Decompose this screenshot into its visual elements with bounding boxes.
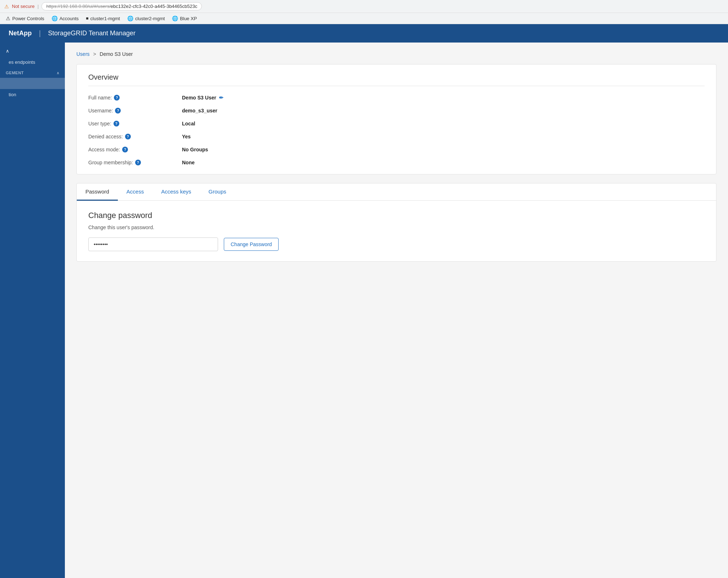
- edit-full-name-icon[interactable]: ✏: [219, 95, 223, 101]
- breadcrumb: Users > Demo S3 User: [76, 51, 716, 57]
- sidebar: ∧ es endpoints GEMENT ∧ tion: [0, 43, 65, 578]
- help-icon-denied-access[interactable]: ?: [125, 134, 131, 139]
- overview-row-group-membership: Group membership: ? None: [88, 160, 705, 165]
- overview-denied-access-text: Denied access:: [88, 134, 123, 139]
- overview-label-group-membership: Group membership: ?: [88, 160, 182, 165]
- sidebar-item-es-endpoints-label: es endpoints: [9, 59, 35, 65]
- help-icon-access-mode[interactable]: ?: [122, 147, 128, 152]
- overview-card: Overview Full name: ? Demo S3 User ✏ Use…: [76, 64, 716, 174]
- overview-value-username: demo_s3_user: [182, 108, 217, 114]
- bookmark-accounts[interactable]: 🌐 Accounts: [49, 14, 81, 22]
- overview-full-name-text: Full name:: [88, 95, 112, 101]
- overview-row-access-mode: Access mode: ? No Groups: [88, 147, 705, 152]
- overview-value-full-name: Demo S3 User ✏: [182, 95, 223, 101]
- change-password-title: Change password: [88, 211, 705, 220]
- overview-title: Overview: [88, 73, 705, 86]
- breadcrumb-parent-link[interactable]: Users: [76, 51, 90, 57]
- bookmarks-bar: ⚠ Power Controls 🌐 Accounts ■ cluster1-m…: [0, 13, 728, 24]
- content-area: Users > Demo S3 User Overview Full name:…: [65, 43, 728, 578]
- bookmark-blue-xp[interactable]: 🌐 Blue XP: [169, 14, 200, 22]
- sidebar-item-active[interactable]: [0, 78, 65, 89]
- globe-bookmark-icon-cluster2: 🌐: [127, 15, 133, 21]
- sidebar-item-es-endpoints[interactable]: es endpoints: [0, 57, 65, 68]
- sidebar-section-management[interactable]: GEMENT ∧: [0, 68, 65, 78]
- overview-label-user-type: User type: ?: [88, 121, 182, 126]
- globe-bookmark-icon-bluexp: 🌐: [172, 15, 178, 21]
- overview-row-user-type: User type: ? Local: [88, 121, 705, 126]
- help-icon-user-type[interactable]: ?: [114, 121, 119, 126]
- url-separator: |: [37, 4, 39, 9]
- overview-user-type-text: User type:: [88, 121, 111, 126]
- bookmark-cluster1[interactable]: ■ cluster1-mgmt: [83, 15, 123, 22]
- tab-groups[interactable]: Groups: [200, 183, 235, 201]
- chevron-up-icon: ∧: [6, 48, 9, 54]
- not-secure-label: Not secure: [12, 4, 35, 9]
- help-icon-username[interactable]: ?: [115, 108, 121, 114]
- overview-value-group-membership: None: [182, 160, 195, 165]
- username-value: demo_s3_user: [182, 108, 217, 114]
- warning-bookmark-icon: ⚠: [6, 15, 10, 21]
- help-icon-group-membership[interactable]: ?: [135, 160, 141, 165]
- tab-groups-label: Groups: [209, 188, 226, 195]
- overview-label-full-name: Full name: ?: [88, 95, 182, 101]
- sidebar-item-tion[interactable]: tion: [0, 89, 65, 100]
- overview-value-user-type: Local: [182, 121, 195, 126]
- change-password-button[interactable]: Change Password: [224, 238, 279, 251]
- warning-icon: ⚠: [4, 4, 9, 9]
- tabs-container: Password Access Access keys Groups Chang…: [76, 183, 716, 262]
- main-layout: ∧ es endpoints GEMENT ∧ tion Users > Dem…: [0, 43, 728, 578]
- overview-value-denied-access: Yes: [182, 134, 191, 139]
- user-type-value: Local: [182, 121, 195, 126]
- tab-access-keys[interactable]: Access keys: [152, 183, 200, 201]
- tab-password-label: Password: [85, 188, 109, 195]
- tab-access-label: Access: [126, 188, 144, 195]
- password-row: Change Password: [88, 237, 705, 251]
- overview-username-text: Username:: [88, 108, 113, 114]
- group-membership-value: None: [182, 160, 195, 165]
- overview-label-denied-access: Denied access: ?: [88, 134, 182, 139]
- sidebar-section-management-label: GEMENT: [6, 71, 24, 75]
- overview-row-full-name: Full name: ? Demo S3 User ✏: [88, 95, 705, 101]
- tab-password[interactable]: Password: [77, 183, 118, 201]
- sidebar-item-active-label: [9, 81, 10, 86]
- bookmark-power-controls[interactable]: ⚠ Power Controls: [3, 14, 47, 22]
- browser-bar: ⚠ Not secure | https://192.168.0.80/ui/#…: [0, 0, 728, 13]
- header-divider: |: [39, 29, 41, 37]
- bookmark-cluster1-label: cluster1-mgmt: [90, 16, 120, 21]
- tab-access[interactable]: Access: [118, 183, 152, 201]
- url-bar[interactable]: https://192.168.0.80/ui/#/users/ebc132e2…: [41, 2, 202, 10]
- breadcrumb-current: Demo S3 User: [100, 51, 133, 57]
- overview-label-username: Username: ?: [88, 108, 182, 114]
- bookmark-cluster2[interactable]: 🌐 cluster2-mgmt: [124, 14, 168, 22]
- url-text: https://192.168.0.80/ui/#/users/: [46, 4, 111, 9]
- bookmark-blue-xp-label: Blue XP: [180, 16, 197, 21]
- app-title: StorageGRID Tenant Manager: [48, 30, 136, 37]
- sidebar-collapse-toggle[interactable]: ∧: [0, 45, 65, 57]
- denied-access-value: Yes: [182, 134, 191, 139]
- breadcrumb-separator: >: [93, 51, 96, 57]
- overview-row-username: Username: ? demo_s3_user: [88, 108, 705, 114]
- overview-row-denied-access: Denied access: ? Yes: [88, 134, 705, 139]
- bookmark-accounts-label: Accounts: [59, 16, 79, 21]
- overview-value-access-mode: No Groups: [182, 147, 208, 152]
- globe-bookmark-icon-accounts: 🌐: [52, 15, 58, 21]
- overview-group-membership-text: Group membership:: [88, 160, 133, 165]
- bookmark-power-controls-label: Power Controls: [12, 16, 44, 21]
- cluster1-bookmark-icon: ■: [86, 16, 88, 21]
- help-icon-full-name[interactable]: ?: [114, 95, 120, 101]
- overview-label-access-mode: Access mode: ?: [88, 147, 182, 152]
- bookmark-cluster2-label: cluster2-mgmt: [135, 16, 165, 21]
- change-password-description: Change this user's password.: [88, 224, 705, 230]
- chevron-up-icon-management: ∧: [57, 71, 59, 75]
- tab-access-keys-label: Access keys: [161, 188, 191, 195]
- tabs-header: Password Access Access keys Groups: [77, 183, 716, 201]
- overview-access-mode-text: Access mode:: [88, 147, 120, 152]
- url-highlighted: ebc132e2-cfc3-42c0-a445-3b4465cb523c: [111, 4, 197, 9]
- access-mode-value: No Groups: [182, 147, 208, 152]
- app-header: NetApp | StorageGRID Tenant Manager: [0, 24, 728, 43]
- password-tab-content: Change password Change this user's passw…: [77, 201, 716, 261]
- app-logo: NetApp: [9, 30, 32, 37]
- password-input[interactable]: [88, 237, 218, 251]
- full-name-value: Demo S3 User: [182, 95, 216, 101]
- sidebar-item-tion-label: tion: [9, 92, 16, 97]
